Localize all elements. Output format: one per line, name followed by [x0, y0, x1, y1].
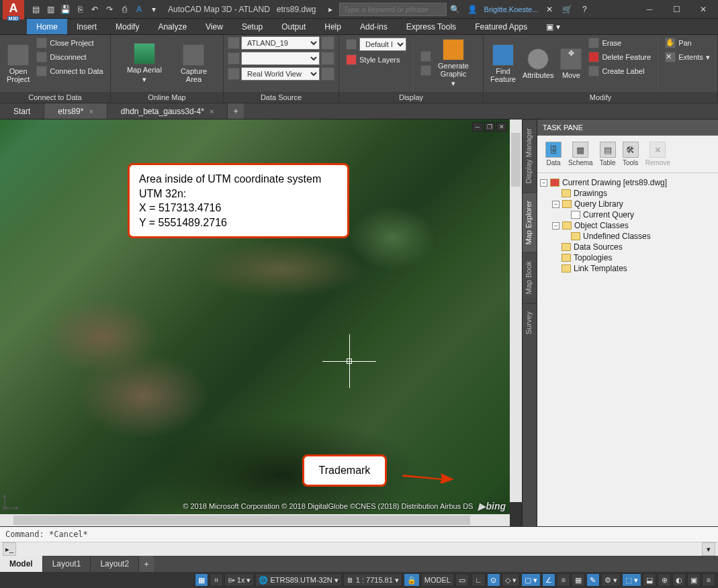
ucs-icon[interactable] [3, 493, 20, 510]
layouttab-model[interactable]: Model [0, 556, 43, 572]
tree-current-query[interactable]: Current Query [540, 209, 715, 220]
layouttab-layout2[interactable]: Layout2 [91, 556, 139, 572]
command-input[interactable] [19, 542, 699, 556]
disconnect-button[interactable]: Disconnect [34, 50, 106, 64]
tree-collapse-icon[interactable]: − [552, 201, 559, 208]
viewport-minimize-button[interactable]: ─ [472, 122, 483, 132]
sb-selection-button[interactable]: ✎ [586, 573, 600, 587]
window-maximize-button[interactable]: ☐ [664, 1, 688, 17]
qat-save-icon[interactable]: 💾 [59, 3, 71, 15]
cart-icon[interactable]: 🛒 [561, 3, 573, 15]
sb-annomon-button[interactable]: ⊕ [658, 573, 671, 587]
tab-home[interactable]: Home [27, 19, 67, 34]
display-default-select[interactable]: Default D [359, 38, 406, 51]
qat-open-icon[interactable]: ▥ [44, 3, 56, 15]
taskpane-table-button[interactable]: ▤Table [600, 142, 616, 166]
app-logo[interactable]: AM3D [3, 0, 24, 19]
doctab-dhdn[interactable]: dhdn_beta_gauss3d-4*× [107, 103, 228, 119]
command-recent-icon[interactable]: ▾ [702, 542, 715, 556]
viewport-restore-button[interactable]: ❐ [484, 122, 495, 132]
sb-transparency-button[interactable]: ▦ [572, 573, 585, 587]
display-default-button[interactable]: Default D [343, 36, 409, 52]
tree-collapse-icon[interactable]: − [552, 222, 559, 230]
command-prompt-icon[interactable]: ▸_ [3, 542, 16, 556]
add-layout-button[interactable]: ＋ [139, 556, 154, 572]
connect-to-data-button[interactable]: Connect to Data [34, 64, 106, 78]
ds-btn-2[interactable] [321, 52, 334, 65]
tree-object-classes[interactable]: −Object Classes [540, 220, 715, 231]
sb-snap-button[interactable]: ⌗ [210, 573, 223, 587]
display-tool-2[interactable] [418, 64, 434, 77]
capture-area-button[interactable]: Capture Area [178, 36, 210, 91]
sb-cleanscreen-button[interactable]: ▣ [687, 573, 701, 587]
search-input[interactable] [339, 3, 447, 16]
find-feature-button[interactable]: Find Feature [488, 36, 519, 91]
ds-select-2[interactable] [241, 52, 320, 65]
tree-collapse-icon[interactable]: − [540, 179, 547, 187]
ds-drawing-icon[interactable] [228, 37, 240, 49]
ds-select-3[interactable]: Real World View [241, 67, 320, 81]
tab-featuredapps[interactable]: Featured Apps [465, 19, 537, 34]
sb-scale-button[interactable]: 🗎 1 : 7715.81 ▾ [343, 573, 402, 587]
close-icon[interactable]: × [210, 107, 214, 115]
sb-space-button[interactable]: MODEL [421, 573, 454, 587]
user-icon[interactable]: 👤 [467, 3, 479, 15]
qat-undo-icon[interactable]: ↶ [89, 3, 101, 15]
sidetab-survey[interactable]: Survey [523, 303, 537, 342]
sidetab-map-book[interactable]: Map Book [523, 252, 537, 303]
pan-button[interactable]: ✋Pan [662, 36, 713, 50]
tab-setup[interactable]: Setup [232, 19, 272, 34]
layouttab-layout1[interactable]: Layout1 [43, 556, 91, 572]
sb-osnap-button[interactable]: ▢ ▾ [521, 573, 541, 587]
qat-redo-icon[interactable]: ↷ [103, 3, 116, 15]
sb-customize-button[interactable]: ≡ [702, 573, 715, 587]
display-tool-1[interactable] [418, 50, 434, 63]
close-icon[interactable]: × [89, 107, 93, 115]
window-minimize-button[interactable]: ─ [637, 1, 662, 17]
sb-lock-button[interactable]: 🔒 [404, 573, 420, 587]
exchange-icon[interactable]: ✕ [543, 3, 555, 15]
taskpane-schema-button[interactable]: ▦Schema [568, 142, 593, 166]
erase-button[interactable]: Erase [586, 36, 654, 50]
qat-new-icon[interactable]: ▤ [30, 3, 42, 15]
sidetab-display-manager[interactable]: Display Manager [523, 119, 537, 192]
map-aerial-button[interactable]: Map Aerial▾ [124, 36, 165, 91]
taskpane-tools-button[interactable]: 🛠Tools [623, 142, 639, 166]
horizontal-scrollbar[interactable] [0, 514, 510, 526]
tree-data-sources[interactable]: Data Sources [540, 242, 715, 252]
tree-query-library[interactable]: −Query Library [540, 199, 715, 209]
sb-annoscale-button[interactable]: ⌲ 1x ▾ [224, 573, 255, 587]
ds-btn-3[interactable] [321, 67, 334, 81]
qat-plot-icon[interactable]: ⎙ [118, 3, 130, 15]
tree-root[interactable]: −Current Drawing [etrs89.dwg] [540, 177, 715, 188]
sidetab-map-explorer[interactable]: Map Explorer [523, 192, 537, 252]
move-button[interactable]: ✥Move [557, 36, 584, 91]
generate-graphic-button[interactable]: Generate Graphic▾ [435, 36, 472, 91]
sb-otrack-button[interactable]: ∠ [542, 573, 555, 587]
tab-help[interactable]: Help [315, 19, 351, 34]
sb-quickprops-button[interactable]: ▭ [455, 573, 469, 587]
drawing-canvas[interactable]: ─ ❐ ✕ Area inside of UTM coordinate syst… [0, 119, 522, 514]
ds-category-icon[interactable] [228, 52, 240, 64]
create-label-button[interactable]: Create Label [586, 64, 654, 78]
sb-gizmo-button[interactable]: ⚙ ▾ [601, 573, 621, 587]
style-layers-button[interactable]: Style Layers [343, 53, 409, 66]
qat-saveas-icon[interactable]: ⎘ [74, 3, 86, 15]
ribbon-toggle-icon[interactable]: ▣ ▾ [537, 19, 569, 34]
help-icon[interactable]: ? [578, 3, 590, 15]
sb-workspace-button[interactable]: ◐ [672, 573, 686, 587]
tab-expresstools[interactable]: Express Tools [397, 19, 465, 34]
extents-button[interactable]: ✕Extents ▾ [662, 50, 713, 64]
vertical-scrollbar[interactable] [510, 119, 522, 502]
add-tab-button[interactable]: ＋ [228, 103, 244, 119]
sb-units-button[interactable]: ⬚ ▾ [622, 573, 641, 587]
taskpane-data-button[interactable]: 🗄Data [545, 142, 562, 166]
qat-dropdown-icon[interactable]: ▾ [148, 3, 160, 15]
tree-topologies[interactable]: Topologies [540, 252, 715, 263]
binoculars-icon[interactable]: 🔍 [449, 3, 461, 15]
doctab-start[interactable]: Start [0, 103, 44, 119]
ds-view-icon[interactable] [228, 68, 240, 80]
sb-lineweight-button[interactable]: ≡ [557, 573, 570, 587]
sb-ortho-button[interactable]: ∟ [472, 573, 486, 587]
sb-coordsys-button[interactable]: 🌐 ETRS89.UTM-32N ▾ [255, 573, 341, 587]
